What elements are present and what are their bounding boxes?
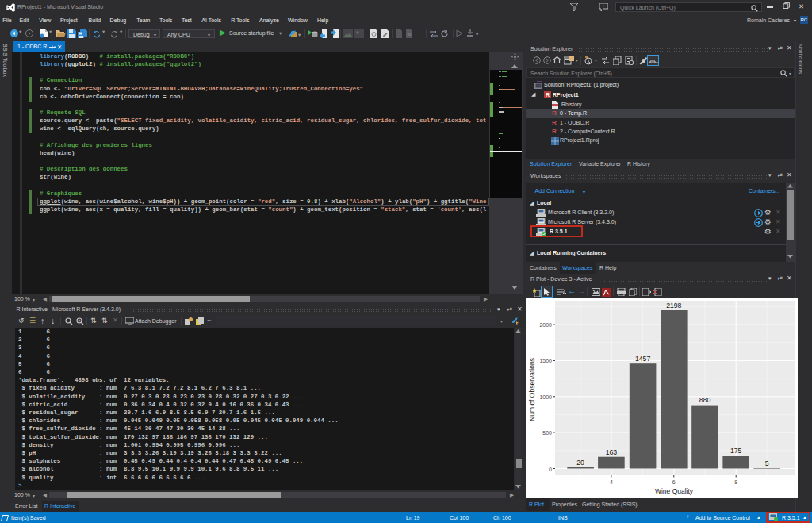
svg-text:2000: 2000 [539, 322, 552, 328]
svg-text:175: 175 [730, 447, 742, 455]
svg-text:Num of Observations: Num of Observations [528, 358, 536, 421]
svg-text:500: 500 [542, 430, 552, 436]
svg-text:6: 6 [672, 479, 676, 485]
svg-text:1500: 1500 [539, 358, 552, 363]
svg-text:0: 0 [549, 467, 552, 472]
svg-text:Wine Quality: Wine Quality [655, 487, 694, 495]
svg-text:1457: 1457 [635, 355, 650, 363]
svg-text:1000: 1000 [539, 394, 552, 400]
svg-text:2198: 2198 [666, 302, 681, 310]
svg-text:4: 4 [610, 479, 613, 485]
svg-text:8: 8 [734, 479, 737, 485]
svg-text:20: 20 [576, 459, 584, 467]
svg-text:5: 5 [765, 460, 769, 467]
svg-text:880: 880 [699, 396, 711, 404]
svg-text:163: 163 [606, 448, 618, 456]
